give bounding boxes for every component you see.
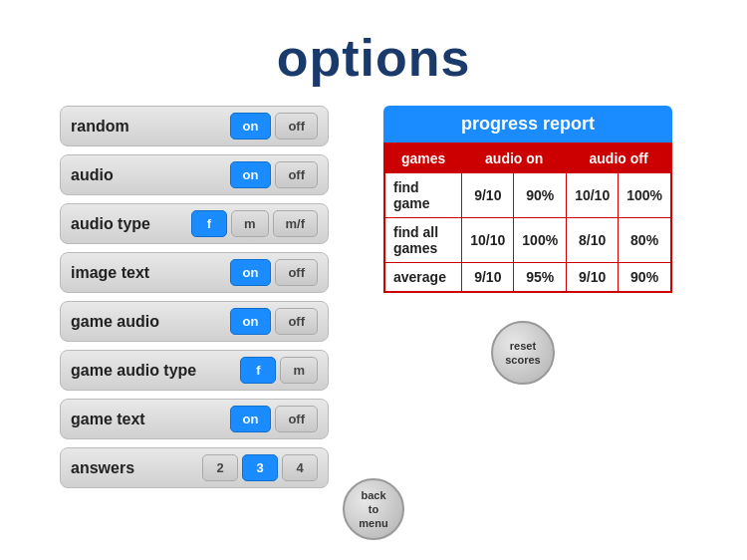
- option-game-text-buttons: on off: [230, 406, 319, 432]
- option-audio-type-f[interactable]: f: [191, 210, 227, 237]
- option-game-audio-type-label: game audio type: [71, 362, 240, 380]
- reset-scores-button[interactable]: resetscores: [491, 321, 555, 385]
- table-cell-find-game-aoff-score: 10/10: [567, 173, 619, 218]
- option-image-text-off[interactable]: off: [275, 259, 318, 286]
- back-to-menu-button[interactable]: backtomenu: [343, 478, 404, 540]
- option-audio-type-m[interactable]: m: [231, 210, 269, 237]
- main-content: random on off audio on off audio type f …: [0, 106, 747, 488]
- table-row-average: average 9/10 95% 9/10 90%: [384, 263, 671, 293]
- table-cell-average-ao-score: 9/10: [462, 263, 514, 293]
- option-audio-type-buttons: f m m/f: [191, 210, 318, 237]
- option-audio-type-label: audio type: [71, 215, 191, 233]
- table-cell-find-all-aoff-score: 8/10: [567, 218, 619, 263]
- option-game-audio-label: game audio: [71, 313, 230, 331]
- table-header-games: games: [384, 143, 462, 173]
- option-answers-label: answers: [71, 459, 202, 477]
- options-panel: random on off audio on off audio type f …: [60, 106, 329, 488]
- option-game-audio-on[interactable]: on: [230, 308, 272, 335]
- option-game-text: game text on off: [60, 399, 329, 439]
- option-audio-buttons: on off: [230, 161, 319, 188]
- progress-report-title: progress report: [383, 106, 672, 142]
- table-cell-average-aoff-score: 9/10: [567, 263, 619, 293]
- progress-table: games audio on audio off find game 9/10 …: [383, 142, 672, 293]
- option-game-audio-off[interactable]: off: [275, 308, 318, 335]
- option-answers-4[interactable]: 4: [282, 454, 318, 481]
- table-cell-find-game-ao-pct: 90%: [514, 173, 567, 218]
- option-audio-type-mf[interactable]: m/f: [273, 210, 319, 237]
- option-game-audio-type-m[interactable]: m: [280, 357, 318, 384]
- option-audio: audio on off: [60, 154, 329, 195]
- table-header-audio-on: audio on: [462, 143, 567, 173]
- option-game-text-label: game text: [71, 411, 230, 428]
- option-random-on[interactable]: on: [230, 113, 272, 140]
- table-header-audio-off: audio off: [567, 143, 671, 173]
- table-row-find-game: find game 9/10 90% 10/10 100%: [384, 173, 671, 218]
- option-game-text-off[interactable]: off: [275, 406, 318, 432]
- table-cell-find-game-label: find game: [384, 173, 462, 218]
- option-random: random on off: [60, 106, 329, 146]
- option-audio-type: audio type f m m/f: [60, 203, 329, 244]
- table-cell-average-ao-pct: 95%: [514, 263, 567, 293]
- right-panel: progress report games audio on audio off…: [369, 106, 687, 488]
- option-random-buttons: on off: [230, 113, 319, 140]
- option-game-audio-type: game audio type f m: [60, 350, 329, 391]
- option-random-off[interactable]: off: [275, 113, 318, 140]
- option-game-audio-type-buttons: f m: [240, 357, 318, 384]
- progress-report: progress report games audio on audio off…: [383, 106, 672, 293]
- page-title-section: options: [0, 0, 747, 106]
- option-game-audio-buttons: on off: [230, 308, 319, 335]
- table-cell-average-aoff-pct: 90%: [619, 263, 671, 293]
- page-title: options: [0, 28, 747, 88]
- table-cell-find-all-games-label: find allgames: [384, 218, 462, 263]
- table-cell-find-game-aoff-pct: 100%: [619, 173, 671, 218]
- option-image-text-on[interactable]: on: [230, 259, 272, 286]
- option-image-text: image text on off: [60, 252, 329, 293]
- option-audio-off[interactable]: off: [275, 161, 318, 188]
- table-cell-find-all-aoff-pct: 80%: [619, 218, 671, 263]
- option-image-text-label: image text: [71, 264, 230, 282]
- table-cell-average-label: average: [384, 263, 462, 293]
- option-answers-2[interactable]: 2: [202, 454, 238, 481]
- table-cell-find-all-ao-pct: 100%: [514, 218, 567, 263]
- option-answers-3[interactable]: 3: [242, 454, 278, 481]
- option-random-label: random: [71, 118, 230, 136]
- option-image-text-buttons: on off: [230, 259, 319, 286]
- option-game-audio: game audio on off: [60, 301, 329, 342]
- option-answers: answers 2 3 4: [60, 447, 329, 488]
- table-cell-find-all-ao-score: 10/10: [462, 218, 514, 263]
- option-game-audio-type-f[interactable]: f: [240, 357, 276, 384]
- option-answers-buttons: 2 3 4: [202, 454, 318, 481]
- option-audio-on[interactable]: on: [230, 161, 272, 188]
- option-game-text-on[interactable]: on: [230, 406, 272, 432]
- table-cell-find-game-ao-score: 9/10: [462, 173, 514, 218]
- option-audio-label: audio: [71, 166, 230, 184]
- table-row-find-all-games: find allgames 10/10 100% 8/10 80%: [384, 218, 671, 263]
